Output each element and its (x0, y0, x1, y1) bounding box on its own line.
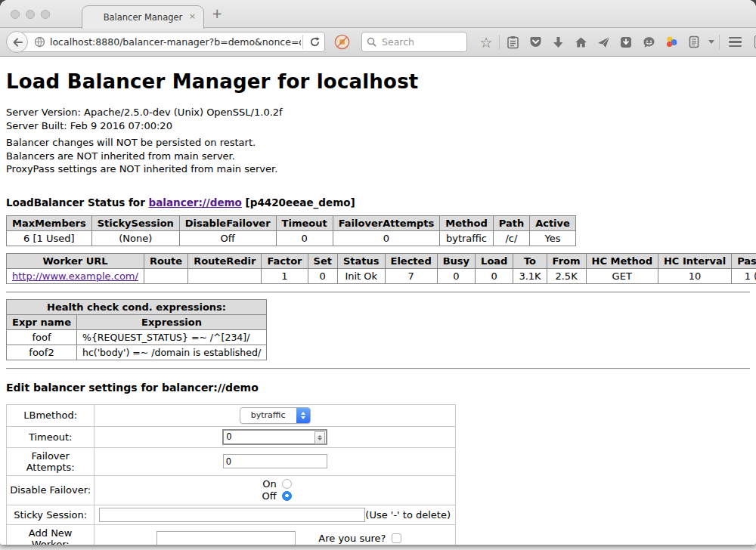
cell-routeredir (188, 268, 262, 283)
tab-groups-button[interactable] (748, 28, 756, 56)
failover-attempts-input[interactable] (223, 454, 327, 468)
tab-close-icon[interactable]: × (189, 12, 196, 21)
worker-url-link[interactable]: http://www.example.com/ (12, 270, 138, 282)
url-text[interactable]: localhost:8880/balancer-manager?b=demo&n… (50, 36, 301, 48)
col-set: Set (308, 253, 337, 268)
table-row: foof2 hc('body') =~ /domain is establish… (7, 345, 267, 360)
cell-hc-interval: 10 (658, 268, 731, 283)
install-download-icon[interactable] (615, 28, 637, 56)
pocket-icon[interactable] (524, 28, 547, 56)
table-row: 6 [1 Used] (None) Off 0 0 bytraffic /c/ … (7, 230, 576, 246)
timeout-label: Timeout: (7, 426, 94, 447)
col-elected: Elected (385, 253, 437, 268)
balancer-demo-link[interactable]: balancer://demo (149, 196, 242, 209)
cell-status: Init Ok (337, 268, 385, 283)
col-failoverattempts: FailoverAttempts (333, 215, 440, 230)
radio-off-label: Off (259, 490, 277, 502)
new-tab-button[interactable]: + (212, 8, 222, 20)
col-stickysession: StickySession (91, 215, 179, 230)
form-row-timeout: Timeout: (7, 426, 456, 447)
cell-expression: %{REQUEST_STATUS} =~ /^[234]/ (77, 329, 267, 345)
site-identity-globe-icon (34, 36, 45, 48)
select-stepper-icon (296, 408, 310, 423)
session-clipboard-icon[interactable] (683, 28, 705, 56)
table-header-row: Expr name Expression (7, 314, 267, 329)
cell-elected: 7 (385, 268, 437, 283)
col-expression: Expression (77, 314, 267, 329)
cell-disablefailover: Off (179, 230, 276, 246)
tab-balancer-manager[interactable]: Balancer Manager × (82, 5, 204, 29)
notice-line: Balancer changes will NOT be persisted o… (6, 136, 750, 150)
overflow-chevron-icon[interactable] (705, 28, 717, 56)
page-content: Load Balancer Manager for localhost Serv… (0, 57, 756, 545)
back-button[interactable] (6, 31, 28, 53)
col-path: Path (493, 215, 529, 230)
blocked-circle-icon (334, 34, 350, 50)
are-you-sure-checkbox[interactable] (392, 533, 401, 543)
reload-button[interactable] (305, 36, 324, 48)
sticky-session-hint: (Use '-' to delete) (365, 509, 452, 521)
extension-colordots-icon[interactable] (660, 28, 683, 56)
bookmark-star-icon[interactable]: ☆ (475, 28, 497, 56)
balancer-status-table: MaxMembers StickySession DisableFailover… (6, 215, 576, 246)
cell-failoverattempts: 0 (333, 230, 440, 246)
cell-load: 0 (476, 268, 513, 283)
col-from: From (547, 253, 586, 268)
health-check-table: Health check cond. expressions: Expr nam… (6, 299, 267, 360)
send-tab-icon[interactable] (592, 28, 615, 56)
form-row-failover-attempts: Failover Attempts: (7, 447, 456, 475)
toolbar-separator (719, 35, 720, 50)
toolbar-icons: ☆ (475, 28, 756, 56)
balancer-notices: Balancer changes will NOT be persisted o… (6, 136, 750, 176)
col-route: Route (144, 253, 187, 268)
add-worker-label: Add New Worker: (7, 524, 94, 545)
url-bar[interactable]: localhost:8880/balancer-manager?b=demo&n… (17, 32, 325, 52)
cell-passes: 1 (0) (732, 268, 756, 283)
edit-settings-heading: Edit balancer settings for balancer://de… (6, 382, 750, 394)
cell-expr-name: foof2 (7, 345, 77, 360)
add-worker-input[interactable] (156, 531, 296, 545)
disable-failover-on-radio[interactable] (282, 479, 292, 489)
worker-status-table: Worker URL Route RouteRedir Factor Set S… (6, 253, 756, 284)
timeout-input[interactable] (222, 429, 327, 445)
lbmethod-select[interactable]: bytraffic (240, 407, 311, 424)
paper-plane-icon (597, 36, 610, 48)
number-spinner-icon[interactable] (314, 431, 325, 444)
cell-method: bytraffic (440, 230, 493, 246)
search-input[interactable] (380, 36, 462, 48)
sticky-session-input[interactable] (99, 508, 365, 522)
server-info: Server Version: Apache/2.5.0-dev (Unix) … (6, 106, 750, 132)
form-row-sticky-session: Sticky Session: (Use '-' to delete) (7, 505, 456, 524)
menu-button[interactable] (721, 28, 748, 56)
col-expr-name: Expr name (7, 314, 77, 329)
reading-list-icon[interactable] (501, 28, 524, 56)
disable-failover-off-radio[interactable] (282, 491, 292, 501)
col-status: Status (337, 253, 385, 268)
downloads-icon[interactable] (547, 28, 569, 56)
titlebar: Balancer Manager × + (0, 0, 756, 28)
section-divider (6, 368, 750, 369)
urlbar-separator (302, 35, 303, 49)
minimize-window-button[interactable] (26, 10, 35, 19)
cell-set: 0 (308, 268, 337, 283)
back-arrow-icon (12, 38, 23, 47)
close-window-button[interactable] (11, 10, 20, 19)
cell-stickysession: (None) (91, 230, 179, 246)
notice-line: Balancers are NOT inherited from main se… (6, 150, 750, 163)
col-to: To (513, 253, 547, 268)
lbmethod-selected-value: bytraffic (240, 408, 296, 423)
search-bar[interactable] (361, 32, 467, 52)
table-title-row: Health check cond. expressions: (7, 299, 267, 314)
content-blocker-icon[interactable] (334, 34, 350, 50)
lbmethod-label: LBmethod: (7, 404, 94, 426)
feedback-smiley-icon[interactable] (637, 28, 660, 56)
clipboard-icon (507, 36, 519, 49)
receipt-list-icon (689, 36, 699, 48)
zoom-window-button[interactable] (41, 10, 50, 19)
col-worker-url: Worker URL (7, 253, 144, 268)
form-row-add-worker: Add New Worker: Are you sure? (7, 524, 456, 545)
status-suffix: [p4420eeae_demo] (242, 196, 355, 209)
notice-line: ProxyPass settings are NOT inherited fro… (6, 162, 750, 176)
home-icon[interactable] (569, 28, 592, 56)
smiley-bubble-icon (643, 36, 655, 48)
